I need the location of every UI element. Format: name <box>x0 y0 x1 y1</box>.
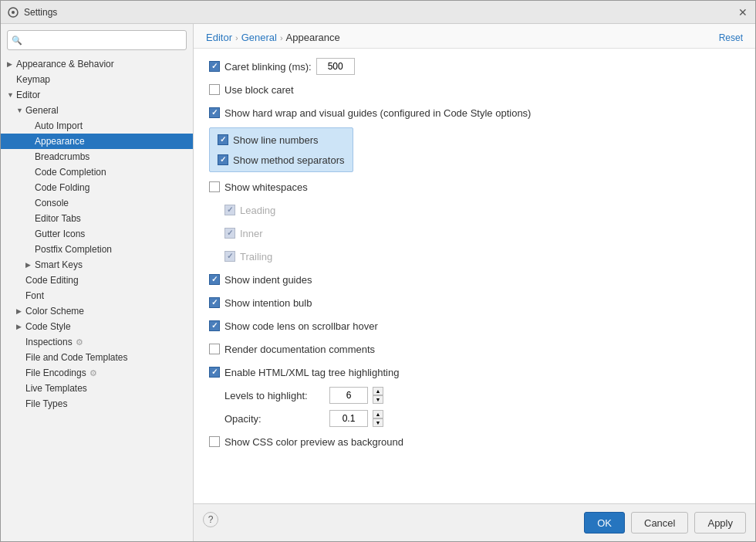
sidebar-item-label: Appearance & Behavior <box>16 59 114 69</box>
titlebar: Settings ✕ <box>1 1 755 24</box>
ok-button[interactable]: OK <box>584 512 625 534</box>
sidebar-item-gutter-icons[interactable]: Gutter Icons <box>1 226 193 242</box>
show-code-lens-label[interactable]: Show code lens on scrollbar hover <box>209 320 378 332</box>
enable-html-xml-label[interactable]: Enable HTML/XML tag tree highlighting <box>209 367 399 378</box>
use-block-caret-label[interactable]: Use block caret <box>209 84 294 96</box>
levels-up-button[interactable]: ▲ <box>373 387 383 395</box>
inner-text: Inner <box>240 228 263 239</box>
show-whitespaces-checkbox[interactable] <box>209 181 220 192</box>
show-indent-guides-text: Show indent guides <box>224 274 312 286</box>
show-whitespaces-label[interactable]: Show whitespaces <box>209 181 308 193</box>
levels-input[interactable] <box>329 387 368 404</box>
levels-row: Levels to highlight: ▲ ▼ <box>209 387 740 404</box>
expand-arrow: ▶ <box>25 261 35 269</box>
sidebar-item-label: Live Templates <box>25 383 87 394</box>
use-block-caret-row: Use block caret <box>209 81 740 98</box>
close-button[interactable]: ✕ <box>737 6 749 19</box>
show-css-label[interactable]: Show CSS color preview as background <box>209 436 403 448</box>
show-hard-wrap-label[interactable]: Show hard wrap and visual guides (config… <box>209 107 531 119</box>
sidebar-item-font[interactable]: Font <box>1 288 193 303</box>
show-css-checkbox[interactable] <box>209 436 220 447</box>
sidebar-item-smart-keys[interactable]: ▶ Smart Keys <box>1 257 193 273</box>
show-code-lens-checkbox[interactable] <box>209 320 220 331</box>
sidebar-item-label: Code Editing <box>25 275 79 286</box>
expand-arrow: ▶ <box>7 60 16 68</box>
sidebar-item-appearance[interactable]: Appearance <box>1 134 193 149</box>
breadcrumb-current: Appearance <box>286 32 340 43</box>
show-indent-guides-label[interactable]: Show indent guides <box>209 274 312 286</box>
svg-point-1 <box>12 11 15 14</box>
search-input[interactable] <box>7 30 187 50</box>
leading-checkbox <box>224 205 235 215</box>
expand-arrow: ▶ <box>16 323 25 330</box>
sidebar-item-postfix-completion[interactable]: Postfix Completion <box>1 242 193 257</box>
show-line-numbers-label[interactable]: Show line numbers <box>218 134 319 146</box>
opacity-spinner: ▲ ▼ <box>373 410 383 427</box>
sidebar-item-editor-tabs[interactable]: Editor Tabs <box>1 211 193 226</box>
render-docs-row: Render documentation comments <box>209 340 740 357</box>
sidebar-item-file-types[interactable]: File Types <box>1 396 193 412</box>
sidebar-item-file-encodings[interactable]: File Encodings ⚙ <box>1 365 193 381</box>
show-method-separators-label[interactable]: Show method separators <box>218 154 345 166</box>
sidebar-item-label: Editor <box>16 90 40 100</box>
show-hard-wrap-checkbox[interactable] <box>209 107 220 118</box>
sidebar-item-label: File Types <box>25 398 67 409</box>
opacity-input[interactable] <box>329 410 368 427</box>
sidebar-item-label: File and Code Templates <box>25 352 128 363</box>
sidebar-item-code-completion[interactable]: Code Completion <box>1 164 193 180</box>
levels-down-button[interactable]: ▼ <box>373 395 383 404</box>
caret-blinking-checkbox[interactable] <box>209 61 220 72</box>
sidebar-item-file-code-templates[interactable]: File and Code Templates <box>1 350 193 365</box>
show-intention-bulb-label[interactable]: Show intention bulb <box>209 297 312 309</box>
sidebar-item-console[interactable]: Console <box>1 195 193 211</box>
breadcrumb: Editor › General › Appearance Reset <box>194 24 755 49</box>
sidebar-item-color-scheme[interactable]: ▶ Color Scheme <box>1 303 193 319</box>
show-intention-bulb-row: Show intention bulb <box>209 294 740 311</box>
show-intention-bulb-text: Show intention bulb <box>224 297 312 309</box>
reset-link[interactable]: Reset <box>719 32 743 43</box>
show-line-numbers-checkbox[interactable] <box>218 134 228 145</box>
search-wrapper: 🔍 <box>7 30 187 50</box>
caret-blinking-input[interactable] <box>316 58 355 75</box>
sidebar-item-breadcrumbs[interactable]: Breadcrumbs <box>1 149 193 164</box>
breadcrumb-path: Editor › General › Appearance <box>206 32 340 43</box>
render-docs-checkbox[interactable] <box>209 344 220 354</box>
apply-button[interactable]: Apply <box>694 512 746 534</box>
sidebar-item-appearance-behavior[interactable]: ▶ Appearance & Behavior <box>1 56 193 72</box>
render-docs-label[interactable]: Render documentation comments <box>209 344 375 355</box>
sidebar-item-editor[interactable]: ▼ Editor <box>1 87 193 103</box>
expand-arrow: ▶ <box>16 307 25 315</box>
sidebar-item-inspections[interactable]: Inspections ⚙ <box>1 334 193 350</box>
cancel-button[interactable]: Cancel <box>631 512 688 534</box>
breadcrumb-editor[interactable]: Editor <box>206 32 232 43</box>
show-method-separators-checkbox[interactable] <box>218 154 228 165</box>
sidebar-item-auto-import[interactable]: Auto Import <box>1 118 193 134</box>
titlebar-left: Settings <box>7 6 57 19</box>
opacity-up-button[interactable]: ▲ <box>373 410 383 418</box>
sidebar-item-label: Color Scheme <box>25 306 84 317</box>
show-whitespaces-text: Show whitespaces <box>224 181 308 193</box>
use-block-caret-checkbox[interactable] <box>209 84 220 95</box>
breadcrumb-general[interactable]: General <box>241 32 277 43</box>
sidebar-item-keymap[interactable]: Keymap <box>1 72 193 87</box>
sidebar-item-code-editing[interactable]: Code Editing <box>1 273 193 288</box>
opacity-down-button[interactable]: ▼ <box>373 418 383 427</box>
sidebar-item-label: Code Folding <box>35 182 89 193</box>
sidebar-item-general[interactable]: ▼ General <box>1 103 193 118</box>
caret-blinking-checkbox-label[interactable]: Caret blinking (ms): <box>209 61 312 73</box>
show-method-separators-text: Show method separators <box>233 154 345 166</box>
trailing-row: Trailing <box>209 248 740 265</box>
show-intention-bulb-checkbox[interactable] <box>209 297 220 308</box>
sidebar-item-code-style[interactable]: ▶ Code Style <box>1 319 193 334</box>
sidebar-item-live-templates[interactable]: Live Templates <box>1 381 193 396</box>
sidebar-item-code-folding[interactable]: Code Folding <box>1 180 193 195</box>
search-icon: 🔍 <box>12 36 22 46</box>
sidebar-item-label: File Encodings <box>25 368 86 378</box>
show-line-numbers-row: Show line numbers <box>218 131 345 148</box>
show-indent-guides-checkbox[interactable] <box>209 274 220 285</box>
levels-spinner: ▲ ▼ <box>373 387 383 404</box>
enable-html-xml-checkbox[interactable] <box>209 367 220 378</box>
show-hard-wrap-row: Show hard wrap and visual guides (config… <box>209 104 740 121</box>
help-button[interactable]: ? <box>203 512 218 527</box>
settings-window-icon <box>7 6 19 19</box>
